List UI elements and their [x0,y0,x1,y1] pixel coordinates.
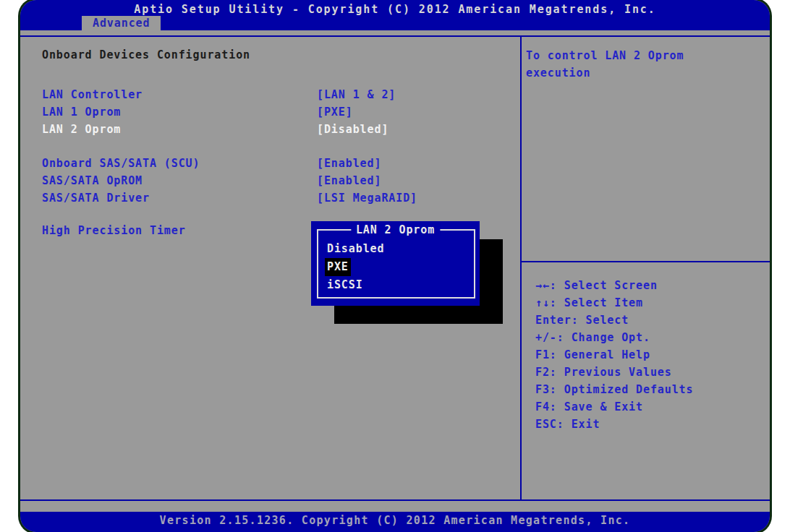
popup-option-pxe[interactable]: PXE [327,258,386,276]
status-bar: Version 2.15.1236. Copyright (C) 2012 Am… [20,512,770,532]
setting-row-onboard-sas-sata[interactable]: Onboard SAS/SATA (SCU) [Enabled] [42,157,509,168]
legend-select-screen: →←: Select Screen [535,277,693,294]
tab-advanced[interactable]: Advanced [82,16,161,30]
popup-option-iscsi[interactable]: iSCSI [327,276,386,294]
version-text: Version 2.15.1236. Copyright (C) 2012 Am… [20,514,770,527]
help-text-line1: To control LAN 2 Oprom [526,49,684,62]
setting-value[interactable]: [Enabled] [317,157,381,170]
legend-enter-select: Enter: Select [535,312,693,329]
setting-row-lan1-oprom[interactable]: LAN 1 Oprom [PXE] [42,106,509,117]
legend-previous-values: F2: Previous Values [535,364,693,381]
legend-save-exit: F4: Save & Exit [535,398,693,416]
app-title: Aptio Setup Utility - Copyright (C) 2012… [20,3,770,16]
page-title: Onboard Devices Configuration [42,48,250,61]
bios-screen: Aptio Setup Utility - Copyright (C) 2012… [20,0,770,532]
popup-title: LAN 2 Oprom [351,223,440,236]
legend-select-item: ↑↓: Select Item [535,294,693,312]
help-text-line2: execution [526,66,590,80]
setting-value[interactable]: [Enabled] [317,174,381,187]
setting-value[interactable]: [LAN 1 & 2] [317,88,396,101]
setting-label: Onboard SAS/SATA (SCU) [42,157,200,170]
panel-divider [520,37,522,499]
key-legend: →←: Select Screen ↑↓: Select Item Enter:… [535,277,693,433]
footer-divider [20,499,770,501]
legend-esc-exit: ESC: Exit [535,416,693,433]
legend-optimized-defaults: F3: Optimized Defaults [535,381,693,398]
setting-label: SAS/SATA OpROM [42,174,143,187]
help-legend-divider [520,261,770,262]
setting-label: LAN 1 Oprom [42,106,121,119]
setting-row-sas-sata-driver[interactable]: SAS/SATA Driver [LSI MegaRAID] [42,192,509,203]
setting-label: LAN Controller [42,88,143,101]
setting-value[interactable]: [Disabled] [317,123,388,136]
popup-option-disabled[interactable]: Disabled [327,240,386,258]
legend-change-opt: +/-: Change Opt. [535,329,693,346]
popup-option-list: Disabled PXE iSCSI [327,240,386,294]
header-divider [20,35,770,37]
setting-value[interactable]: [PXE] [317,106,353,119]
setting-label: LAN 2 Oprom [42,123,121,136]
legend-general-help: F1: General Help [535,346,693,364]
setting-row-lan-controller[interactable]: LAN Controller [LAN 1 & 2] [42,88,509,100]
setting-label: High Precision Timer [42,224,186,237]
setting-label: SAS/SATA Driver [42,192,150,205]
setting-value[interactable]: [LSI MegaRAID] [317,192,417,205]
setting-row-sas-sata-oprom[interactable]: SAS/SATA OpROM [Enabled] [42,174,509,186]
setting-row-lan2-oprom[interactable]: LAN 2 Oprom [Disabled] [42,123,509,134]
popup-lan2-oprom: LAN 2 Oprom Disabled PXE iSCSI [311,221,480,306]
